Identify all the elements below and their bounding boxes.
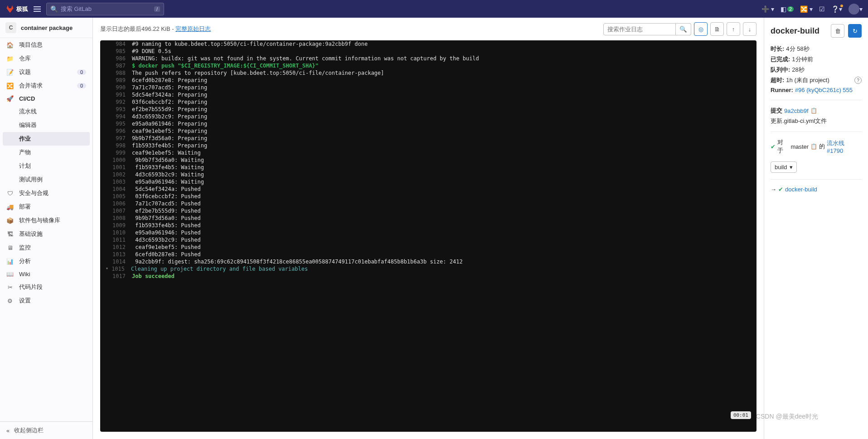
nav-label: 项目信息	[19, 41, 43, 49]
nav-icon: ⚙	[6, 298, 14, 304]
sidebar: C container package 🏠项目信息📁仓库📝议题0🔀合并请求0🚀C…	[0, 18, 93, 439]
plus-icon[interactable]: ➕ ▾	[761, 5, 774, 13]
log-line: 996ceaf9e1ebef5: Preparing	[100, 127, 756, 135]
nav-label: 基础设施	[19, 230, 43, 238]
nav-badge: 0	[77, 69, 86, 75]
line-text: 7a71c707acd5: Preparing	[132, 84, 207, 91]
line-text: Cleaning up project directory and file b…	[131, 266, 308, 272]
log-line: 9944d3c6593b2c9: Preparing	[100, 113, 756, 120]
line-number: 995	[111, 121, 132, 127]
merge-requests-icon[interactable]: 🔀 ▾	[800, 5, 813, 13]
sidebar-item-9[interactable]: 计划	[0, 159, 92, 173]
copy-branch-icon[interactable]: 📋	[810, 143, 817, 150]
line-number: 985	[111, 48, 132, 54]
job-log-search-button[interactable]: 🔍	[676, 23, 691, 35]
line-text: 7a71c707acd5: Pushed	[132, 200, 201, 207]
stage-dropdown[interactable]: build▾	[771, 161, 797, 173]
line-number: 1017	[111, 273, 132, 279]
sidebar-item-19[interactable]: ⚙设置	[0, 294, 92, 307]
timeout-help-icon[interactable]: ?	[854, 77, 862, 84]
job-log-search-input[interactable]	[603, 23, 676, 35]
user-menu[interactable]: ▾	[849, 4, 863, 15]
line-text: #9 DONE 0.5s	[132, 48, 171, 54]
global-search[interactable]: 🔍 /	[46, 3, 164, 15]
sidebar-item-15[interactable]: 🖥监控	[0, 241, 92, 254]
hamburger-icon[interactable]	[34, 6, 41, 12]
nav-icon: 📦	[6, 217, 14, 224]
line-number: 992	[111, 99, 132, 105]
log-pane[interactable]: 984#9 naming to kube.bdeet.top:5050/ci-f…	[100, 40, 756, 432]
delete-job-button[interactable]: 🗑	[831, 24, 844, 38]
sidebar-item-12[interactable]: 🚚部署	[0, 200, 92, 214]
line-text: 9b9b7f3d56a0: Preparing	[132, 135, 207, 141]
line-text: 9a2cbb9f: digest: sha256:69c62c8941508f3…	[132, 259, 463, 265]
retry-job-button[interactable]: ↻	[848, 24, 862, 38]
runner-link[interactable]: #96 (kyQbC261c) 555	[795, 87, 853, 93]
log-line: 993ef2be7b555d9: Preparing	[100, 106, 756, 113]
todos-icon[interactable]: ☑	[819, 5, 825, 13]
log-line: 1014 9a2cbb9f: digest: sha256:69c62c8941…	[100, 258, 756, 265]
log-line: 1003 e95a0a961946: Waiting	[100, 178, 756, 185]
log-line: 984#9 naming to kube.bdeet.top:5050/ci-f…	[100, 40, 756, 48]
sidebar-item-2[interactable]: 📝议题0	[0, 65, 92, 79]
sidebar-item-3[interactable]: 🔀合并请求0	[0, 79, 92, 93]
line-text: ceaf9e1ebef5: Waiting	[132, 150, 201, 156]
log-line: 9896cefd0b287e8: Preparing	[100, 77, 756, 84]
sidebar-item-8[interactable]: 产物	[0, 146, 92, 159]
sidebar-item-11[interactable]: 🛡安全与合规	[0, 186, 92, 200]
scroll-top-button[interactable]: ↑	[727, 22, 740, 36]
arrow-right-icon: →	[771, 186, 776, 193]
line-text: 4d3c6593b2c9: Preparing	[132, 113, 207, 120]
sidebar-item-1[interactable]: 📁仓库	[0, 52, 92, 65]
line-text: 6cefd0b287e8: Pushed	[132, 251, 201, 258]
download-log-button[interactable]: 🗎	[710, 22, 724, 36]
nav-icon: ✂	[6, 284, 14, 291]
log-line: 1002 4d3c6593b2c9: Waiting	[100, 171, 756, 178]
sidebar-item-0[interactable]: 🏠项目信息	[0, 38, 92, 52]
raw-log-link[interactable]: 完整原始日志	[175, 25, 211, 32]
line-text: ef2be7b555d9: Pushed	[132, 208, 201, 214]
sidebar-item-13[interactable]: 📦软件包与镜像库	[0, 214, 92, 227]
related-job-link[interactable]: docker-build	[785, 186, 817, 193]
job-log-search: 🔍	[603, 23, 691, 35]
log-line: 99203f6cebccbf2: Preparing	[100, 98, 756, 106]
logo[interactable]: 极狐	[5, 5, 28, 14]
line-number: 1004	[111, 186, 132, 192]
nav-icon: 🏗	[6, 231, 14, 238]
help-icon[interactable]: ❔ ▾	[831, 5, 842, 13]
line-text: 03f6cebccbf2: Pushed	[132, 193, 201, 200]
line-number: 984	[111, 41, 132, 47]
line-text: f1b5933fe4b5: Preparing	[132, 142, 207, 149]
nav-label: 议题	[19, 68, 31, 76]
project-header[interactable]: C container package	[0, 18, 92, 38]
copy-commit-icon[interactable]: 📋	[810, 107, 817, 114]
commit-sha-link[interactable]: 9a2cbb9f	[784, 107, 809, 114]
line-text: e95a0a961946: Preparing	[132, 121, 207, 127]
sidebar-item-17[interactable]: 📖Wiki	[0, 268, 92, 280]
sidebar-item-6[interactable]: 编辑器	[0, 118, 92, 132]
sidebar-item-4[interactable]: 🚀CI/CD	[0, 93, 92, 105]
scroll-target-button[interactable]: ◎	[694, 22, 708, 36]
sidebar-item-14[interactable]: 🏗基础设施	[0, 227, 92, 241]
log-line: 988The push refers to repository [kube.b…	[100, 69, 756, 77]
section-toggle-icon[interactable]: ▾	[104, 266, 110, 272]
line-number: 993	[111, 106, 132, 112]
sidebar-item-5[interactable]: 流水线	[0, 105, 92, 118]
line-number: 994	[111, 113, 132, 120]
nav-label: 流水线	[19, 107, 37, 116]
line-text: WARNING: buildx: git was not found in th…	[132, 55, 479, 62]
sidebar-item-18[interactable]: ✂代码片段	[0, 280, 92, 294]
nav-icon: 🚀	[6, 95, 14, 102]
sidebar-item-10[interactable]: 测试用例	[0, 173, 92, 186]
collapse-sidebar[interactable]: « 收起侧边栏	[0, 421, 92, 439]
global-search-input[interactable]	[58, 5, 154, 12]
pipeline-link[interactable]: 流水线 #1790	[827, 139, 862, 154]
nav-label: 分析	[19, 257, 31, 265]
sidebar-item-7[interactable]: 作业	[3, 132, 90, 146]
scroll-bottom-button[interactable]: ↓	[743, 22, 756, 36]
sidebar-item-16[interactable]: 📊分析	[0, 254, 92, 268]
line-number: 987	[111, 63, 132, 69]
line-text: ceaf9e1ebef5: Pushed	[132, 244, 201, 250]
issues-icon[interactable]: ◧ 2	[781, 5, 794, 13]
avatar	[849, 4, 859, 15]
